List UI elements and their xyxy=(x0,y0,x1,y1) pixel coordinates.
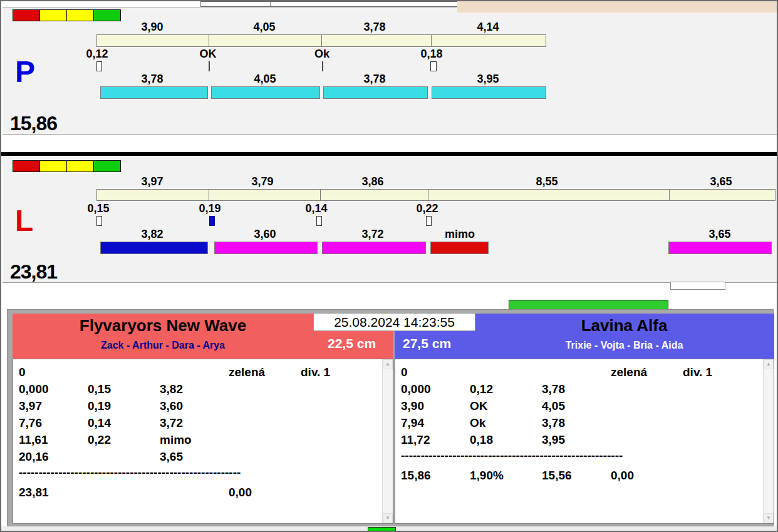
crossing-tick-box xyxy=(96,61,102,71)
background-green-sliver xyxy=(368,527,396,532)
result-header-row: 0 zelená div. 1 xyxy=(395,364,774,381)
start-light-strip xyxy=(13,160,121,172)
lane-l-upper-split: 3,65 xyxy=(710,175,732,188)
result-cell: div. 1 xyxy=(683,364,774,381)
lane-l-dog-time: 3,82 xyxy=(141,228,163,241)
result-cell: 7,94 xyxy=(401,414,470,431)
start-light-red-icon xyxy=(13,9,40,21)
lane-l-time-bar-segment xyxy=(100,242,208,254)
background-green-indicator xyxy=(509,300,668,310)
desktop-background xyxy=(457,1,778,13)
background-window-titlebar xyxy=(200,1,459,7)
lane-l-crossing: 0,22 xyxy=(416,202,438,215)
lane-p-split-bar xyxy=(96,34,546,47)
result-cell: 1,90% xyxy=(470,467,542,484)
lane-l-upper-split: 3,86 xyxy=(361,175,383,188)
result-cell: 3,60 xyxy=(160,397,229,414)
scroll-up-icon[interactable]: ▲ xyxy=(764,359,774,369)
crossing-tick-line xyxy=(209,61,210,71)
team-right-jump-height: 27,5 cm xyxy=(403,336,451,351)
lane-l-time-bar-segment xyxy=(322,242,426,254)
crossing-tick-box xyxy=(96,216,102,226)
lane-l-upper-split: 8,55 xyxy=(536,175,558,188)
team-left-jump-height: 22,5 cm xyxy=(328,336,376,351)
result-cell: 15,86 xyxy=(401,467,470,484)
result-cell: 0,15 xyxy=(88,381,160,397)
result-cell: Ok xyxy=(470,414,542,431)
race-datetime: 25.08.2024 14:23:55 xyxy=(313,313,475,331)
vertical-scrollbar[interactable]: ▲ ▼ xyxy=(763,359,774,523)
result-row: 3,97 0,19 3,60 xyxy=(13,397,393,414)
start-light-yellow1-icon xyxy=(39,9,67,21)
start-light-yellow2-icon xyxy=(66,160,94,172)
result-cell: 0,18 xyxy=(470,431,542,448)
result-cell: 0,12 xyxy=(470,381,542,397)
result-row: 20,16 3,65 xyxy=(13,448,393,465)
result-cell: 3,78 xyxy=(542,414,611,431)
scroll-up-icon[interactable]: ▲ xyxy=(383,359,393,369)
lane-p-total-time: 15,86 xyxy=(10,112,57,135)
scroll-down-icon[interactable]: ▼ xyxy=(764,513,774,523)
lane-p-dog-time: 3,78 xyxy=(363,73,385,86)
lane-p-time-bar-segment xyxy=(432,86,546,99)
result-cell xyxy=(88,448,160,465)
crossing-tick-box xyxy=(430,61,437,71)
team-right-members: Trixie - Vojta - Bria - Aida xyxy=(475,340,774,351)
team-right-name: Lavina Alfa xyxy=(475,316,774,335)
lane-l-crossing: 0,14 xyxy=(305,202,327,215)
start-light-green-icon xyxy=(93,160,121,172)
result-row: 11,61 0,22 mimo xyxy=(13,431,393,448)
titlebar-divider xyxy=(270,2,271,6)
start-light-red-icon xyxy=(13,160,40,172)
lane-panel-l: 3,97 3,79 3,86 8,55 3,65 0,15 0,19 0,14 … xyxy=(3,156,777,283)
crossing-tick-line xyxy=(322,61,323,71)
result-cell: 0 xyxy=(19,364,88,381)
lane-l-dog-time: 3,65 xyxy=(708,228,730,241)
lane-p-crossing: 0,12 xyxy=(86,48,108,61)
lane-p-time-bar-segment xyxy=(211,86,320,99)
result-cell: zelená xyxy=(229,364,301,381)
results-panel: Flyvaryors New Wave 22,5 cm Zack - Arthu… xyxy=(7,309,774,526)
start-light-yellow1-icon xyxy=(39,160,67,172)
lane-l-split-bar xyxy=(96,189,775,201)
lane-p-crossing: 0,18 xyxy=(420,48,442,61)
lane-p-dog-time: 4,05 xyxy=(254,73,276,86)
result-cell: 3,72 xyxy=(160,414,229,431)
result-cell: 0,19 xyxy=(88,397,160,414)
lane-l-total-time: 23,81 xyxy=(10,260,57,284)
result-cell: 15,56 xyxy=(542,467,611,484)
lane-p-dog-time: 3,95 xyxy=(477,73,499,86)
result-cell: 20,16 xyxy=(19,448,88,465)
result-cell: 0 xyxy=(401,364,470,381)
result-cell: 0,22 xyxy=(88,431,160,448)
bar-divider xyxy=(209,35,209,46)
flyball-timing-window: 3,90 4,05 3,78 4,14 0,12 OK Ok 0,18 P 3,… xyxy=(0,0,778,532)
result-cell: 0,14 xyxy=(88,414,160,431)
bar-divider xyxy=(209,190,209,200)
bar-divider xyxy=(320,190,321,200)
lane-l-time-bar-segment xyxy=(668,242,772,254)
result-cell: 11,61 xyxy=(19,431,88,448)
lane-l-letter: L xyxy=(15,206,33,236)
start-light-strip xyxy=(13,9,121,21)
result-cell: 3,82 xyxy=(160,381,229,397)
scroll-down-icon[interactable]: ▼ xyxy=(383,513,393,523)
empty-indicator-box xyxy=(670,282,725,290)
result-row: 0,000 0,12 3,78 xyxy=(395,381,774,397)
lane-p-time-bar-segment xyxy=(100,86,208,99)
lane-p-time-bar-segment xyxy=(323,86,428,99)
result-cell: 0,00 xyxy=(611,467,683,484)
lane-l-crossing: 0,15 xyxy=(87,202,109,215)
lane-l-dog-time: 3,72 xyxy=(361,228,383,241)
bottom-edge-strip xyxy=(1,526,777,532)
result-cell: mimo xyxy=(160,431,229,448)
result-cell: 3,65 xyxy=(160,448,229,465)
result-list-left-content: 0 zelená div. 1 0,000 0,15 3,82 3,97 0,1… xyxy=(13,359,393,501)
lane-p-dog-time: 3,78 xyxy=(141,73,163,86)
bar-divider xyxy=(428,190,428,200)
vertical-scrollbar[interactable]: ▲ ▼ xyxy=(382,359,393,523)
lane-p-upper-split: 3,78 xyxy=(363,21,385,34)
result-header-row: 0 zelená div. 1 xyxy=(13,364,393,381)
result-cell: 3,97 xyxy=(19,397,88,414)
result-separator: ----------------------------------------… xyxy=(13,465,393,480)
